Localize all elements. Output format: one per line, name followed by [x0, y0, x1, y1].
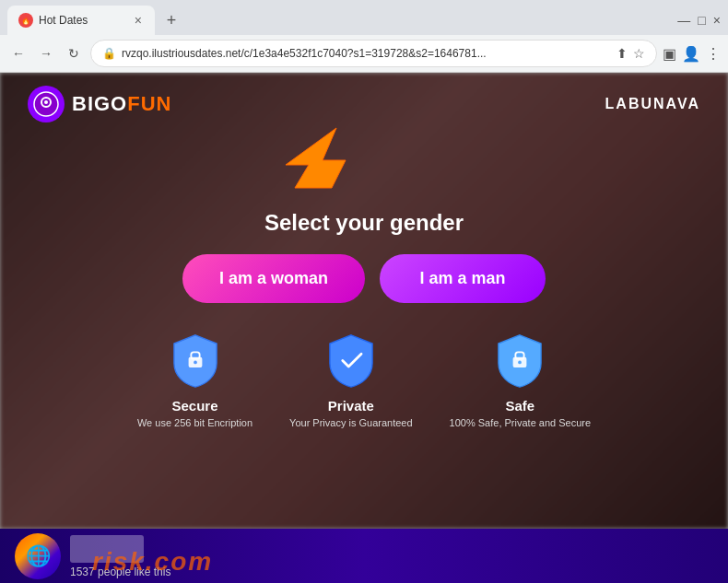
secure-title: Secure	[171, 398, 217, 414]
close-window-button[interactable]: ×	[713, 13, 721, 28]
refresh-button[interactable]: ↻	[63, 42, 85, 64]
window-controls: — □ ×	[677, 13, 721, 28]
secure-shield-icon	[168, 331, 223, 391]
arrow-overlay	[267, 123, 359, 197]
main-content: Select your gender I am a woman I am a m…	[0, 73, 728, 529]
private-desc: Your Privacy is Guaranteed	[289, 417, 413, 428]
risk-watermark: risk.com	[92, 547, 213, 577]
shield-svg-private	[323, 333, 379, 389]
private-title: Private	[328, 398, 374, 414]
gender-buttons: I am a woman I am a man	[182, 254, 546, 303]
gender-heading: Select your gender	[264, 210, 464, 236]
bottom-bar: 🌐 1537 people like this risk.com	[0, 529, 728, 583]
man-button[interactable]: I am a man	[380, 254, 546, 303]
tab-close-button[interactable]: ×	[133, 11, 144, 29]
woman-button[interactable]: I am a woman	[182, 254, 365, 303]
safe-badge: Safe 100% Safe, Private and Secure	[450, 331, 591, 428]
secure-badge: Secure We use 256 bit Encription	[137, 331, 252, 428]
maximize-button[interactable]: □	[698, 13, 705, 28]
new-tab-button[interactable]: +	[159, 7, 184, 33]
secure-desc: We use 256 bit Encription	[137, 417, 252, 428]
menu-icon[interactable]: ⋮	[706, 45, 721, 63]
safe-desc: 100% Safe, Private and Secure	[450, 417, 591, 428]
svg-point-9	[518, 360, 522, 364]
forward-button[interactable]: →	[35, 42, 57, 64]
svg-point-6	[194, 360, 197, 364]
address-bar: ← → ↻ 🔒 rvzqo.ilustriousdates.net/c/1e3a…	[0, 35, 728, 72]
url-text: rvzqo.ilustriousdates.net/c/1e3a4e532f1c…	[122, 47, 611, 60]
browser-tab[interactable]: 🔥 Hot Dates ×	[7, 6, 155, 35]
extensions-icon[interactable]: ▣	[663, 45, 676, 63]
profile-icon[interactable]: 👤	[682, 45, 700, 63]
url-bar[interactable]: 🔒 rvzqo.ilustriousdates.net/c/1e3a4e532f…	[90, 40, 657, 67]
tab-bar: 🔥 Hot Dates × + — □ ×	[0, 0, 728, 35]
tab-title: Hot Dates	[39, 14, 127, 27]
page-content: BIGOFUN LABUNAVA Select your gender I am…	[0, 73, 728, 583]
private-badge: Private Your Privacy is Guaranteed	[289, 331, 413, 428]
minimize-button[interactable]: —	[677, 13, 690, 28]
private-shield-icon	[323, 331, 379, 391]
trust-badges: Secure We use 256 bit Encription Private…	[137, 331, 591, 428]
share-icon[interactable]: ⬆	[616, 46, 628, 61]
back-button[interactable]: ←	[7, 42, 29, 64]
browser-chrome: 🔥 Hot Dates × + — □ × ← → ↻ 🔒 rvzqo.ilus…	[0, 0, 728, 73]
arrow-icon	[267, 123, 359, 197]
world-globe-icon: 🌐	[15, 533, 61, 579]
safe-title: Safe	[505, 398, 534, 414]
safe-shield-icon	[492, 331, 547, 391]
shield-svg-safe	[492, 333, 547, 389]
lock-icon: 🔒	[102, 47, 116, 60]
browser-toolbar-right: ▣ 👤 ⋮	[663, 45, 721, 63]
shield-svg-secure	[168, 333, 223, 389]
tab-favicon: 🔥	[18, 13, 33, 28]
bookmark-icon[interactable]: ☆	[633, 46, 645, 61]
svg-marker-3	[286, 128, 346, 188]
